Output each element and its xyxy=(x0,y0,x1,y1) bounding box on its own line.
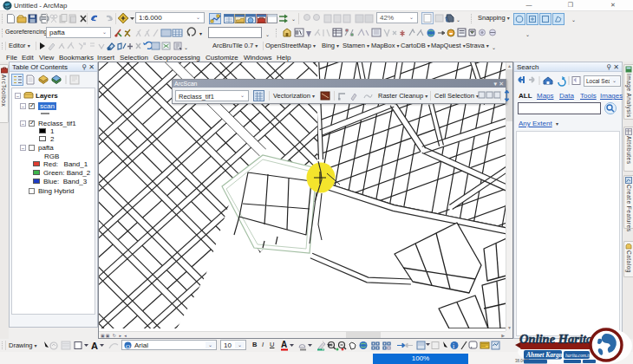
svg-text:harita.com.tr: harita.com.tr xyxy=(565,353,591,358)
svg-text:A: A xyxy=(281,340,287,349)
svg-text:Online Harita: Online Harita xyxy=(519,332,592,346)
svg-text:A: A xyxy=(91,341,98,351)
svg-text:O: O xyxy=(126,343,130,350)
svg-text:Ahmet Kargın: Ahmet Kargın xyxy=(525,351,564,359)
